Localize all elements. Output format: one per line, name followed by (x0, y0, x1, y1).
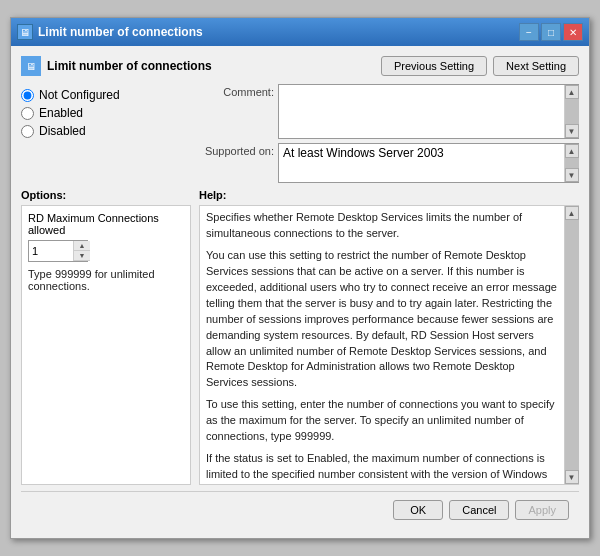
options-box: RD Maximum Connections allowed ▲ ▼ Type … (21, 205, 191, 485)
bottom-bar: OK Cancel Apply (21, 491, 579, 528)
supported-scroll-down[interactable]: ▼ (565, 168, 579, 182)
scroll-up-arrow[interactable]: ▲ (565, 85, 579, 99)
minimize-button[interactable]: − (519, 23, 539, 41)
comment-textarea[interactable] (279, 85, 564, 138)
comment-wrapper: ▲ ▼ (278, 84, 579, 139)
help-scrollbar: ▲ ▼ (564, 206, 578, 484)
radio-disabled-label: Disabled (39, 124, 86, 138)
header-icon: 🖥 (21, 56, 41, 76)
two-col-section: Options: RD Maximum Connections allowed … (21, 189, 579, 485)
ok-button[interactable]: OK (393, 500, 443, 520)
radio-enabled-label: Enabled (39, 106, 83, 120)
help-para-4: If the status is set to Enabled, the max… (206, 451, 558, 484)
radio-not-configured-label: Not Configured (39, 88, 120, 102)
radio-enabled-input[interactable] (21, 107, 34, 120)
help-title: Help: (199, 189, 579, 201)
help-scroll-thumb (565, 220, 579, 470)
help-section: Help: Specifies whether Remote Desktop S… (199, 189, 579, 485)
maximize-button[interactable]: □ (541, 23, 561, 41)
header-left: 🖥 Limit number of connections (21, 56, 381, 76)
comment-label: Comment: (199, 84, 274, 139)
main-area: Not Configured Enabled Disabled Comm (21, 84, 579, 183)
supported-label: Supported on: (199, 143, 274, 183)
radio-not-configured-input[interactable] (21, 89, 34, 102)
cancel-button[interactable]: Cancel (449, 500, 509, 520)
left-panel: Not Configured Enabled Disabled (21, 84, 191, 183)
radio-enabled[interactable]: Enabled (21, 106, 191, 120)
options-title: Options: (21, 189, 191, 201)
title-bar: 🖥 Limit number of connections − □ ✕ (11, 18, 589, 46)
supported-value: At least Windows Server 2003 (279, 144, 564, 182)
prev-setting-button[interactable]: Previous Setting (381, 56, 487, 76)
options-section: Options: RD Maximum Connections allowed … (21, 189, 191, 485)
help-scroll-down[interactable]: ▼ (565, 470, 579, 484)
radio-group: Not Configured Enabled Disabled (21, 88, 191, 138)
help-scroll-up[interactable]: ▲ (565, 206, 579, 220)
comment-row: Comment: ▲ ▼ (199, 84, 579, 139)
title-bar-left: 🖥 Limit number of connections (17, 24, 203, 40)
top-buttons: Previous Setting Next Setting (381, 56, 579, 76)
spin-up-button[interactable]: ▲ (74, 241, 90, 251)
help-box-wrapper: Specifies whether Remote Desktop Service… (199, 205, 579, 485)
help-para-2: You can use this setting to restrict the… (206, 248, 558, 391)
spin-down-button[interactable]: ▼ (74, 251, 90, 261)
spin-buttons: ▲ ▼ (73, 241, 90, 261)
header-row: 🖥 Limit number of connections Previous S… (21, 56, 579, 76)
help-para-3: To use this setting, enter the number of… (206, 397, 558, 445)
help-para-1: Specifies whether Remote Desktop Service… (206, 210, 558, 242)
main-window: 🖥 Limit number of connections − □ ✕ 🖥 Li… (10, 17, 590, 539)
close-button[interactable]: ✕ (563, 23, 583, 41)
radio-disabled-input[interactable] (21, 125, 34, 138)
supported-row: Supported on: At least Windows Server 20… (199, 143, 579, 183)
next-setting-button[interactable]: Next Setting (493, 56, 579, 76)
max-connections-input[interactable] (29, 244, 73, 258)
supported-scroll-up[interactable]: ▲ (565, 144, 579, 158)
title-controls: − □ ✕ (519, 23, 583, 41)
comment-scrollbar: ▲ ▼ (564, 85, 578, 138)
header-title: Limit number of connections (47, 59, 212, 73)
window-title: Limit number of connections (38, 25, 203, 39)
supported-scrollbar: ▲ ▼ (564, 144, 578, 182)
number-input-wrapper: ▲ ▼ (28, 240, 88, 262)
supported-wrapper: At least Windows Server 2003 ▲ ▼ (278, 143, 579, 183)
supported-thumb (565, 158, 579, 168)
radio-disabled[interactable]: Disabled (21, 124, 191, 138)
apply-button[interactable]: Apply (515, 500, 569, 520)
window-icon: 🖥 (17, 24, 33, 40)
radio-not-configured[interactable]: Not Configured (21, 88, 191, 102)
connection-label: RD Maximum Connections allowed (28, 212, 184, 236)
dialog-content: 🖥 Limit number of connections Previous S… (11, 46, 589, 538)
scroll-thumb (565, 99, 579, 124)
help-text: Specifies whether Remote Desktop Service… (200, 206, 564, 484)
scroll-down-arrow[interactable]: ▼ (565, 124, 579, 138)
unlimited-hint: Type 999999 for unlimited connections. (28, 268, 184, 292)
right-panel: Comment: ▲ ▼ Supported on: At least (199, 84, 579, 183)
